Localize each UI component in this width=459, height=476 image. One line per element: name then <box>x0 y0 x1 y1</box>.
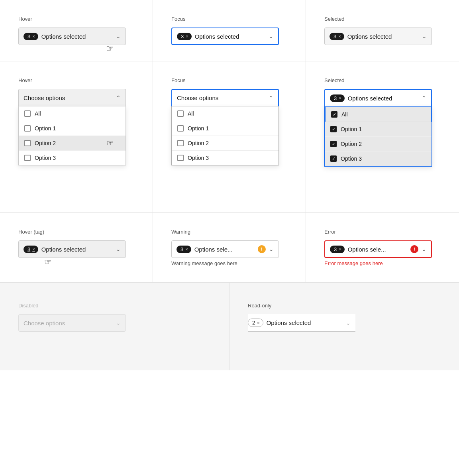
tag-x-icon[interactable]: × <box>339 96 341 100</box>
dropdown-error[interactable]: 3 × Options sele... ! ⌄ Error message go… <box>324 240 432 266</box>
dropdown-focus-closed[interactable]: 3 × Options selected ⌄ <box>171 28 279 45</box>
tag-x-icon[interactable]: × <box>338 34 341 39</box>
tag-count: 3 <box>334 246 337 252</box>
option-2[interactable]: Option 2 ☞ <box>19 136 126 151</box>
tag-badge-readonly: 2 × <box>248 319 263 327</box>
dropdown-text: Options selected <box>195 33 265 40</box>
tag-badge[interactable]: 3 × <box>330 246 345 253</box>
dropdown-trigger-disabled: Choose options ⌄ <box>18 314 126 332</box>
dropdown-trigger-selected[interactable]: 3 × Options selected ⌄ <box>324 28 432 45</box>
cursor-icon: ☞ <box>44 257 51 267</box>
warning-message: Warning message goes here <box>171 260 279 266</box>
state-label-error: Error <box>324 229 441 235</box>
tag-badge[interactable]: 3 × <box>24 33 38 40</box>
tag-x-icon: × <box>257 321 259 325</box>
tag-x-icon[interactable]: × <box>186 34 188 39</box>
dropdown-selected-open[interactable]: 3 × Options selected ⌃ All Option 1 Opti… <box>324 89 432 106</box>
dropdown-trigger-readonly: 2 × Options selected ⌄ <box>248 314 355 332</box>
dropdown-text-error: Options sele... <box>348 246 407 253</box>
checkbox-all[interactable] <box>331 111 337 118</box>
option-1[interactable]: Option 1 <box>172 121 279 136</box>
dropdown-text: Options selected <box>41 33 113 40</box>
tag-count: 3 <box>333 33 336 39</box>
dropdown-panel-focus: All Option 1 Option 2 Option 3 <box>171 106 279 165</box>
tag-count: 3 <box>181 33 184 39</box>
warning-icon: ! <box>258 245 266 253</box>
state-label-hover-tag: Hover (tag) <box>18 229 134 235</box>
tag-x-icon[interactable]: × <box>32 247 35 252</box>
chevron-down-icon: ⌄ <box>269 246 274 252</box>
tag-badge[interactable]: 3 × <box>330 94 345 102</box>
chevron-up-icon: ⌃ <box>422 95 426 101</box>
tag-badge[interactable]: 3 × <box>177 33 192 40</box>
option-3[interactable]: Option 3 <box>172 151 279 165</box>
checkbox-all[interactable] <box>177 110 184 117</box>
option-3[interactable]: Option 3 <box>19 151 126 165</box>
tag-x-icon[interactable]: × <box>32 34 35 39</box>
checkbox-2[interactable] <box>24 140 31 146</box>
checkbox-all[interactable] <box>24 110 31 117</box>
dropdown-trigger-hover-open[interactable]: Choose options ⌃ <box>18 89 126 106</box>
dropdown-hover-tag[interactable]: 3 × Options selected ⌄ ☞ <box>18 240 126 258</box>
dropdown-trigger-focus[interactable]: 3 × Options selected ⌄ <box>171 28 279 45</box>
state-label-focus-open: Focus <box>171 77 287 83</box>
dropdown-trigger-warning[interactable]: 3 × Options sele... ! ⌄ <box>171 240 279 258</box>
tag-x-icon[interactable]: × <box>339 247 341 252</box>
state-label-warning: Warning <box>171 229 287 235</box>
dropdown-trigger-error[interactable]: 3 × Options sele... ! ⌄ <box>324 240 432 258</box>
dropdown-hover-open[interactable]: Choose options ⌃ All Option 1 Option 2 ☞ <box>18 89 126 106</box>
dropdown-text-hover-tag: Options selected <box>41 246 113 253</box>
dropdown-trigger-hover-tag[interactable]: 3 × Options selected ⌄ <box>18 240 126 258</box>
dropdown-focus-open[interactable]: Choose options ⌃ All Option 1 Option 2 <box>171 89 279 106</box>
checkbox-2[interactable] <box>177 140 184 146</box>
chevron-down-icon: ⌄ <box>269 33 273 39</box>
option-1[interactable]: Option 1 <box>19 121 126 136</box>
dropdown-warning[interactable]: 3 × Options sele... ! ⌄ Warning message … <box>171 240 279 266</box>
state-label-hover-open: Hover <box>18 77 134 83</box>
option-all-selected[interactable]: All <box>325 106 432 122</box>
checkbox-2[interactable] <box>330 141 337 147</box>
checkbox-3[interactable] <box>330 155 337 162</box>
checkbox-1[interactable] <box>330 126 337 132</box>
option-label: Option 1 <box>341 126 362 132</box>
tag-x-icon[interactable]: × <box>185 247 188 252</box>
dropdown-text-hover-open: Choose options <box>24 94 113 101</box>
chevron-down-icon: ⌄ <box>422 33 427 39</box>
checkbox-3[interactable] <box>177 155 184 161</box>
state-label-readonly: Read-only <box>248 303 441 309</box>
chevron-up-icon: ⌃ <box>116 94 121 101</box>
checkbox-1[interactable] <box>24 125 31 132</box>
option-all[interactable]: All <box>172 106 279 121</box>
option-label: Option 1 <box>35 125 56 132</box>
option-2-selected[interactable]: Option 2 <box>325 137 432 151</box>
tag-badge[interactable]: 3 × <box>24 246 38 253</box>
tag-count: 3 <box>27 246 30 252</box>
tag-badge[interactable]: 3 × <box>330 33 344 40</box>
option-2[interactable]: Option 2 <box>172 136 279 151</box>
chevron-down-icon: ⌄ <box>116 246 121 252</box>
tag-badge[interactable]: 3 × <box>177 246 191 253</box>
option-label: Option 2 <box>188 140 209 146</box>
cursor-icon: ☞ <box>106 138 114 148</box>
dropdown-selected-closed[interactable]: 3 × Options selected ⌄ <box>324 28 432 45</box>
option-1-selected[interactable]: Option 1 <box>325 122 432 137</box>
dropdown-hover-closed[interactable]: 3 × Options selected ⌄ ☞ <box>18 28 126 45</box>
dropdown-trigger-focus-open[interactable]: Choose options ⌃ <box>171 89 279 106</box>
dropdown-trigger[interactable]: 3 × Options selected ⌄ <box>18 28 126 45</box>
chevron-down-icon: ⌄ <box>422 246 426 252</box>
option-3-selected[interactable]: Option 3 <box>325 151 432 166</box>
tag-count: 3 <box>27 33 30 39</box>
dropdown-text-selected-open: Options selected <box>348 95 418 102</box>
checkbox-3[interactable] <box>24 155 31 161</box>
cell-error: Error 3 × Options sele... ! ⌄ Error mess… <box>306 213 459 282</box>
cell-focus-open: Focus Choose options ⌃ All Option 1 Opti… <box>153 61 306 212</box>
error-message: Error message goes here <box>324 260 432 266</box>
dropdown-placeholder-disabled: Choose options <box>24 320 113 327</box>
state-label-disabled: Disabled <box>18 303 211 309</box>
state-label-hover: Hover <box>18 16 134 22</box>
checkbox-1[interactable] <box>177 125 184 132</box>
chevron-up-icon: ⌃ <box>269 95 273 101</box>
option-label: Option 2 <box>35 140 56 146</box>
dropdown-trigger-selected-open[interactable]: 3 × Options selected ⌃ <box>324 89 432 106</box>
option-all[interactable]: All <box>19 106 126 121</box>
